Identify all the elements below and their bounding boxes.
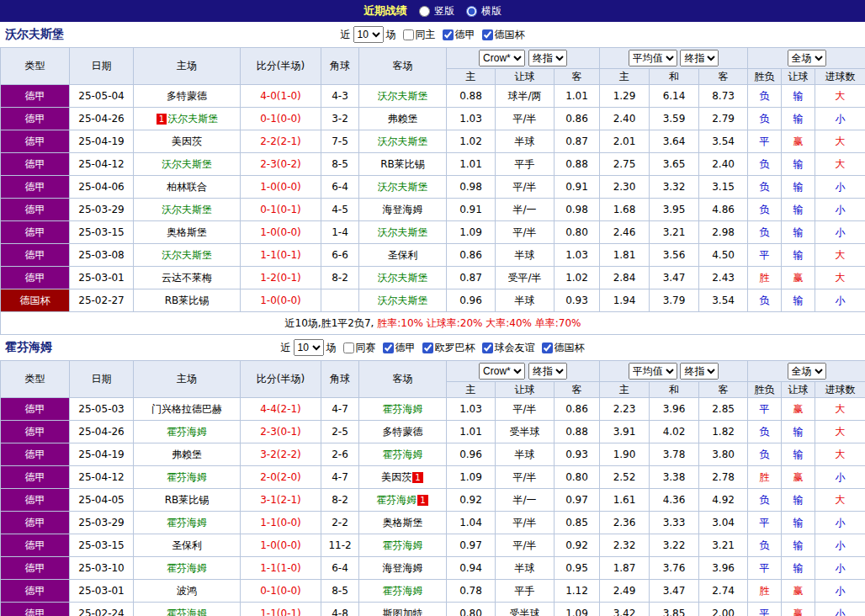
match-count-select[interactable]: 10 (353, 26, 384, 43)
handicap-result-cell: 赢 (782, 130, 815, 153)
avg-stage-select[interactable]: 终指 (680, 363, 719, 380)
score-cell: 1-2(0-1) (241, 267, 321, 289)
avg-away-cell: 8.73 (699, 85, 748, 108)
date-cell: 25-03-08 (70, 244, 134, 267)
filter-option-德国杯[interactable]: 德国杯 (482, 28, 525, 42)
league-cell: 德甲 (1, 557, 70, 580)
avg-select[interactable]: 平均值 (629, 363, 677, 380)
avg-home-cell: 3.91 (600, 421, 650, 443)
team-name: 斯图加特 (383, 608, 423, 616)
avg-home-cell: 2.52 (600, 466, 650, 489)
goals-result-cell: 大 (815, 267, 865, 289)
corner-cell: 2-6 (321, 443, 359, 466)
vertical-radio[interactable] (419, 6, 430, 17)
league-cell: 德甲 (1, 534, 70, 557)
odds-provider-select[interactable]: Crow* (479, 50, 525, 66)
filter-option-德甲[interactable]: 德甲 (443, 28, 475, 42)
filter-checkbox[interactable] (542, 343, 553, 353)
odds-stage-select[interactable]: 终指 (528, 363, 567, 380)
scope-select[interactable]: 全场 (788, 363, 826, 380)
horizontal-radio[interactable] (466, 6, 477, 17)
avg-away-cell: 3.21 (699, 534, 748, 557)
date-cell: 25-03-15 (70, 534, 134, 557)
filter-option-欧罗巴杯[interactable]: 欧罗巴杯 (422, 341, 475, 355)
date-cell: 25-04-12 (70, 153, 134, 176)
filter-checkbox[interactable] (443, 29, 454, 40)
team-name: 沃尔夫斯堡 (378, 135, 428, 147)
goals-result-cell: 小 (815, 512, 865, 534)
goals-result-cell: 大 (815, 398, 865, 421)
col-odds-home: 主 (447, 382, 496, 398)
date-cell: 25-03-29 (70, 199, 134, 221)
filter-option-同主[interactable]: 同主 (403, 28, 436, 42)
scope-header-group: 全场 (748, 48, 865, 69)
filter-option-球会友谊[interactable]: 球会友谊 (482, 341, 535, 355)
home-team-cell: 门兴格拉德巴赫 (134, 398, 241, 421)
result-cell: 负 (748, 489, 782, 512)
odds-stage-select[interactable]: 终指 (528, 50, 567, 66)
filter-option-德国杯[interactable]: 德国杯 (542, 341, 585, 355)
avg-header-group: 平均值 终指 (600, 48, 748, 69)
home-team-cell: 云达不莱梅 (134, 267, 241, 289)
matches-body-1: 德甲25-05-03门兴格拉德巴赫4-4(2-1)4-7霍芬海姆1.03平/半0… (1, 398, 865, 616)
team-name: RB莱比锡 (165, 494, 210, 506)
avg-draw-cell: 3.79 (650, 289, 699, 312)
away-team-cell: 圣保利 (359, 244, 447, 267)
odds-away-cell: 0.80 (555, 466, 600, 489)
avg-draw-cell: 3.47 (650, 267, 699, 289)
col-avg-away: 客 (699, 382, 748, 398)
handicap-cell: 球半/两 (496, 85, 555, 108)
layout-horizontal-option[interactable]: 横版 (466, 4, 501, 19)
handicap-cell: 受平/半 (496, 267, 555, 289)
filter-checkbox[interactable] (482, 343, 493, 353)
table-row: 德甲25-04-05RB莱比锡3-1(2-1)8-2霍芬海姆10.92半/一0.… (1, 489, 865, 512)
scope-select[interactable]: 全场 (788, 50, 826, 66)
score-cell: 3-2(2-2) (241, 443, 321, 466)
corner-cell: 6-4 (321, 176, 359, 199)
avg-away-cell: 3.54 (699, 289, 748, 312)
score-cell: 0-1(0-1) (241, 199, 321, 221)
avg-draw-cell: 3.85 (650, 603, 699, 616)
layout-vertical-option[interactable]: 竖版 (419, 4, 454, 19)
date-cell: 25-03-01 (70, 580, 134, 603)
col-type: 类型 (1, 361, 70, 398)
match-count-select[interactable]: 10 (294, 339, 324, 356)
odds-away-cell: 0.93 (555, 289, 600, 312)
handicap-result-cell: 输 (782, 557, 815, 580)
filter-checkbox[interactable] (403, 29, 414, 40)
goals-result-cell: 小 (815, 534, 865, 557)
league-cell: 德甲 (1, 580, 70, 603)
team-name: 沃尔夫斯堡 (162, 249, 212, 261)
col-away: 客场 (359, 361, 447, 398)
team-name: 沃尔夫斯堡 (378, 272, 428, 284)
score-cell: 4-0(1-0) (241, 85, 321, 108)
avg-stage-select[interactable]: 终指 (680, 50, 719, 66)
corner-cell: 8-2 (321, 489, 359, 512)
avg-home-cell: 2.49 (600, 580, 650, 603)
avg-draw-cell: 3.22 (650, 534, 699, 557)
goals-result-cell: 大 (815, 421, 865, 443)
team-name: 海登海姆 (383, 562, 423, 574)
filter-option-德甲[interactable]: 德甲 (383, 341, 416, 355)
filter-checkbox[interactable] (383, 343, 394, 353)
avg-select[interactable]: 平均值 (629, 50, 677, 66)
away-team-cell: 海登海姆 (359, 199, 447, 221)
team-name: 柏林联合 (167, 181, 207, 193)
page-title: 近期战绩 (364, 3, 407, 19)
filter-checkbox[interactable] (343, 343, 354, 353)
date-cell: 25-03-29 (70, 512, 134, 534)
avg-away-cell: 2.74 (699, 580, 748, 603)
red-card-badge: 1 (412, 472, 422, 483)
filter-checkbox[interactable] (422, 343, 433, 353)
home-team-cell: 霍芬海姆 (134, 421, 241, 443)
date-cell: 25-04-06 (70, 176, 134, 199)
odds-away-cell: 0.88 (555, 153, 600, 176)
filter-option-同赛[interactable]: 同赛 (343, 341, 376, 355)
away-team-cell: 沃尔夫斯堡 (359, 176, 447, 199)
home-team-cell: 1沃尔夫斯堡 (134, 108, 241, 130)
filter-checkbox[interactable] (482, 29, 493, 40)
league-cell: 德甲 (1, 130, 70, 153)
avg-away-cell: 4.50 (699, 244, 748, 267)
odds-provider-select[interactable]: Crow* (479, 363, 525, 380)
avg-away-cell: 2.43 (699, 267, 748, 289)
